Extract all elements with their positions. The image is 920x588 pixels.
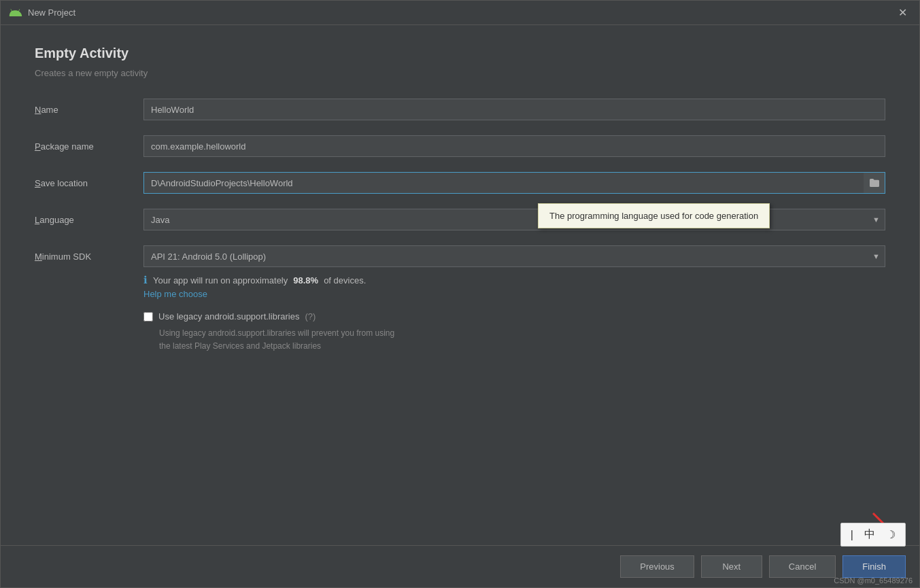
legacy-label-text: Use legacy android.support.libraries	[158, 311, 299, 322]
folder-icon	[869, 177, 880, 188]
name-label-text: Name	[35, 105, 58, 115]
minimum-sdk-select-wrapper: API 21: Android 5.0 (Lollipop) ▼	[143, 245, 885, 267]
name-label: Name	[35, 105, 143, 115]
package-label-text: Package name	[35, 141, 94, 152]
legacy-description: Using legacy android.support.libraries w…	[159, 327, 885, 353]
legacy-desc-line2: the latest Play Services and Jetpack lib…	[159, 341, 321, 351]
finish-button[interactable]: Finish	[842, 555, 906, 578]
browse-folder-button[interactable]	[864, 172, 885, 194]
save-location-label: Save location	[35, 178, 143, 188]
tooltip-text: The programming language used for code g…	[549, 211, 758, 221]
language-tooltip: The programming language used for code g…	[538, 203, 770, 228]
package-row: Package name	[35, 135, 885, 157]
previous-button[interactable]: Previous	[620, 555, 694, 578]
android-logo-icon	[9, 6, 22, 20]
save-location-input-group	[143, 172, 885, 194]
legacy-libraries-row: Use legacy android.support.libraries (?)	[143, 311, 885, 322]
save-location-input[interactable]	[143, 172, 864, 194]
legacy-libraries-checkbox[interactable]	[143, 312, 153, 322]
save-location-row: Save location	[35, 172, 885, 194]
save-location-label-text: Save location	[35, 178, 88, 188]
language-select[interactable]: Java Kotlin	[143, 209, 885, 230]
close-button[interactable]: ✕	[894, 5, 911, 20]
legacy-libraries-label: Use legacy android.support.libraries	[158, 311, 299, 322]
sdk-info-block: ℹ Your app will run on approximately 98.…	[143, 274, 885, 299]
info-circle-icon: ℹ	[143, 274, 148, 286]
language-row: Language Java Kotlin ▼ The programming l…	[35, 209, 885, 230]
window-title: New Project	[28, 7, 75, 18]
sdk-info-prefix: Your app will run on approximately	[153, 275, 288, 286]
sdk-coverage-pct: 98.8%	[293, 275, 318, 286]
language-select-wrapper: Java Kotlin ▼	[143, 209, 885, 230]
sdk-info-suffix: of devices.	[324, 275, 366, 286]
chinese-input-icon[interactable]: 中	[860, 526, 879, 543]
sdk-coverage-info: ℹ Your app will run on approximately 98.…	[143, 274, 885, 286]
dialog-content: Empty Activity Creates a new empty activ…	[1, 25, 919, 545]
language-label-text: Language	[35, 215, 74, 225]
minimum-sdk-select[interactable]: API 21: Android 5.0 (Lollipop)	[143, 245, 885, 267]
minimum-sdk-label: Minimum SDK	[35, 252, 143, 262]
package-label: Package name	[35, 141, 143, 152]
name-row: Name	[35, 99, 885, 120]
new-project-dialog: New Project ✕ Empty Activity Creates a n…	[0, 0, 920, 588]
night-mode-icon[interactable]: ☽	[882, 527, 900, 542]
help-me-choose-link[interactable]: Help me choose	[143, 289, 885, 299]
activity-title: Empty Activity	[35, 46, 885, 61]
title-bar-left: New Project	[9, 6, 75, 20]
legacy-desc-line1: Using legacy android.support.libraries w…	[159, 328, 394, 338]
title-bar: New Project ✕	[1, 1, 919, 25]
cancel-button[interactable]: Cancel	[769, 555, 836, 578]
minimum-sdk-row: Minimum SDK API 21: Android 5.0 (Lollipo…	[35, 245, 885, 267]
bottom-bar: Previous Next Cancel Finish	[1, 545, 919, 587]
next-button[interactable]: Next	[701, 555, 762, 578]
input-separator-icon[interactable]: |	[847, 528, 857, 542]
minimum-sdk-label-text: Minimum SDK	[35, 252, 91, 262]
legacy-help-icon[interactable]: (?)	[305, 311, 316, 322]
overlay-tools-panel: | 中 ☽	[840, 523, 906, 547]
language-label: Language	[35, 215, 143, 225]
package-input[interactable]	[143, 135, 885, 157]
name-input[interactable]	[143, 99, 885, 120]
activity-subtitle: Creates a new empty activity	[35, 68, 885, 78]
csdn-watermark: CSDN @m0_65489276	[834, 576, 913, 585]
